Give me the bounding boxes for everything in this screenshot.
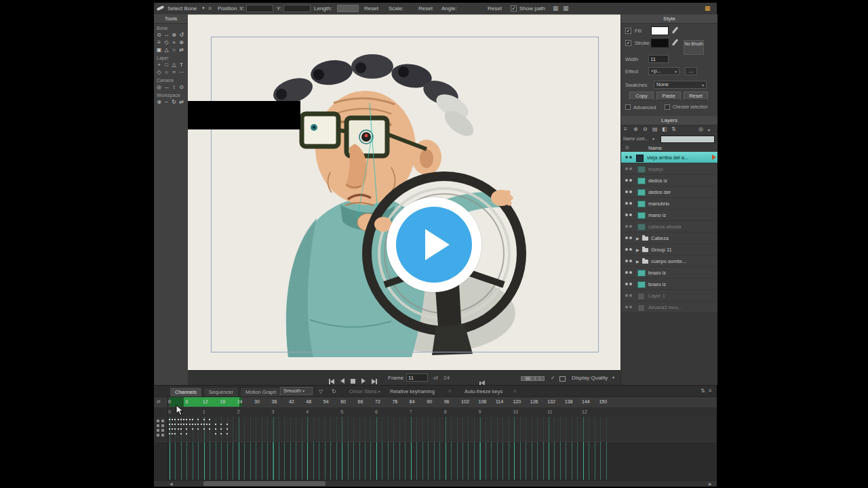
layer-tool-icon-4[interactable]: ◇ — [155, 68, 163, 76]
visibility-eye-icon[interactable] — [625, 237, 628, 239]
tool-name-label[interactable]: Select Bone — [167, 5, 197, 12]
bone-tool-icon-6[interactable]: × — [170, 39, 178, 46]
layer-filter-icon[interactable]: ◎ — [698, 126, 703, 132]
visibility-eye-icon[interactable] — [625, 179, 628, 182]
advanced-checkbox[interactable] — [625, 104, 631, 110]
bone-tool-icon-4[interactable]: ≡ — [155, 39, 163, 46]
scroll-left-icon[interactable]: ◀ — [170, 481, 173, 486]
fill-color-swatch[interactable] — [651, 26, 669, 35]
quality-check-icon[interactable]: ✓ — [551, 375, 555, 381]
stroke-edit-pencil-icon[interactable] — [672, 39, 678, 45]
visibility-eye-icon[interactable] — [625, 156, 628, 159]
bone-tool-icon[interactable] — [157, 5, 165, 11]
frame-input[interactable] — [406, 373, 428, 382]
timeline-scrollbar[interactable]: ◀ ▶ — [154, 480, 717, 487]
paste-style-button[interactable]: Paste — [656, 92, 681, 100]
display-quality-caret-icon[interactable]: ▾ — [612, 375, 614, 380]
bone-pose-icon[interactable]: ≡ — [208, 5, 212, 12]
keyframe-area[interactable] — [154, 417, 717, 441]
workspace-tool-icon-0[interactable]: ⊕ — [155, 98, 163, 106]
layer-row[interactable]: brazo iz — [621, 279, 717, 290]
effect-dropdown[interactable]: <p...▾ — [648, 67, 679, 75]
visibility-eye-icon[interactable] — [625, 283, 628, 285]
play-icon[interactable] — [425, 229, 450, 260]
visibility-eye-icon[interactable] — [625, 225, 628, 228]
cycle-icon[interactable]: ↻ — [332, 388, 336, 394]
camera-tool-icon-2[interactable]: ↕ — [170, 83, 178, 91]
layer-row[interactable]: Layer 1 — [621, 290, 717, 302]
show-path-checkbox[interactable]: ✓ — [511, 5, 517, 12]
canvas-area[interactable] — [188, 14, 620, 371]
bone-tool-icon-5[interactable]: ◇ — [163, 39, 170, 46]
workspace-tool-icon-2[interactable]: ↻ — [170, 98, 178, 106]
layer-split-icon[interactable]: ◧ — [662, 126, 667, 132]
interpolation-shape-icon[interactable]: ▽ — [319, 388, 323, 394]
expand-arrow-icon[interactable]: ▶ — [636, 236, 639, 241]
display-quality-button[interactable]: Display Quality — [572, 375, 608, 381]
layer-row[interactable]: espejo — [621, 163, 717, 175]
layer-tool-icon-0[interactable]: + — [155, 61, 163, 68]
step-back-button[interactable] — [340, 378, 344, 384]
layer-tool-icon-5[interactable]: ○ — [163, 68, 170, 76]
tool-dropdown-caret-icon[interactable]: ▼ — [201, 6, 205, 10]
tab-sequencer[interactable]: Sequencer — [203, 387, 239, 397]
bone-tool-icon-1[interactable]: ↔ — [163, 31, 170, 39]
name-filter-caret-icon[interactable]: ▾ — [652, 136, 654, 141]
visibility-eye-icon[interactable] — [625, 306, 628, 308]
checker-selection-checkbox[interactable] — [665, 104, 670, 110]
ruler-swap-icon[interactable]: ⇄ — [157, 399, 161, 405]
video-play-overlay[interactable] — [387, 197, 481, 292]
stroke-checkbox[interactable]: ✓ — [625, 40, 631, 46]
path-options-icon-2[interactable]: ▦ — [563, 5, 569, 12]
bone-tool-icon-2[interactable]: ⊕ — [170, 31, 178, 39]
reset-angle-button[interactable]: Reset — [488, 5, 502, 12]
bone-tool-icon-0[interactable]: ⊙ — [155, 31, 163, 39]
layer-tool-icon-3[interactable]: T — [178, 61, 185, 68]
layer-row[interactable]: brazo iz — [621, 267, 717, 279]
delete-layer-icon[interactable]: ⊖ — [643, 126, 648, 132]
scroll-right-icon[interactable]: ▶ — [709, 481, 712, 486]
layer-tool-icon-6[interactable]: ≈ — [170, 68, 178, 76]
tab-channels[interactable]: Channels — [170, 387, 202, 397]
layers-menu-caret-icon[interactable]: ▾ — [708, 127, 710, 132]
no-brush-button[interactable]: No Brush — [684, 40, 704, 55]
stop-button[interactable] — [351, 379, 355, 384]
workspace-tool-icon-1[interactable]: − — [163, 98, 170, 106]
layer-list-icon[interactable]: ▤ — [652, 126, 658, 132]
reset-style-button[interactable]: Reset — [684, 92, 708, 100]
layer-updown-icon[interactable]: ⇅ — [671, 126, 676, 132]
layer-row[interactable]: ▶Cabeza — [621, 232, 717, 244]
effect-more-button[interactable]: ... — [685, 67, 697, 75]
layer-row[interactable]: dedos iz — [621, 175, 717, 186]
tab-motion-graph[interactable]: Motion Graph — [240, 387, 281, 397]
visibility-eye-icon[interactable] — [625, 260, 628, 262]
name-filter-dropdown[interactable]: Name cont... — [623, 136, 648, 141]
camera-tool-icon-1[interactable]: ↔ — [163, 83, 170, 91]
timeline-zoom-icon[interactable]: ⇅ — [701, 388, 705, 394]
workspace-tool-icon-3[interactable]: ⇄ — [178, 98, 185, 106]
scrollbar-thumb[interactable] — [203, 481, 326, 486]
layer-tool-icon-2[interactable]: △ — [170, 61, 178, 68]
layer-row[interactable]: vieja arriba del a... — [621, 152, 717, 163]
visibility-eye-icon[interactable] — [625, 271, 628, 274]
path-options-icon[interactable]: ▦ — [553, 5, 559, 12]
toolbar-menu-icon[interactable]: ▦ — [705, 5, 711, 12]
layer-row[interactable]: ▶Group 11 — [621, 244, 717, 256]
graph-area[interactable] — [154, 441, 717, 481]
length-input[interactable] — [337, 5, 359, 12]
bone-tool-icon-9[interactable]: △ — [163, 46, 170, 54]
timeline-menu-icon[interactable]: ≡ — [709, 388, 712, 394]
bone-tool-icon-3[interactable]: ↺ — [178, 31, 185, 39]
visibility-eye-icon[interactable] — [625, 202, 628, 205]
layer-row[interactable]: dedos der — [621, 186, 717, 198]
layer-row[interactable]: cabeza abuela — [621, 221, 717, 232]
new-layer-icon[interactable]: ≡ — [624, 126, 627, 132]
camera-tool-icon-3[interactable]: ⊙ — [178, 83, 185, 91]
x-input[interactable] — [246, 5, 273, 12]
y-input[interactable] — [283, 5, 311, 12]
onion-skins-dropdown[interactable]: Onion Skins ▾ — [349, 388, 380, 394]
layer-row[interactable]: manubrio — [621, 198, 717, 209]
visibility-eye-icon[interactable] — [625, 248, 628, 251]
visibility-eye-icon[interactable] — [625, 214, 628, 216]
bone-tool-icon-11[interactable]: ⇄ — [178, 46, 185, 54]
